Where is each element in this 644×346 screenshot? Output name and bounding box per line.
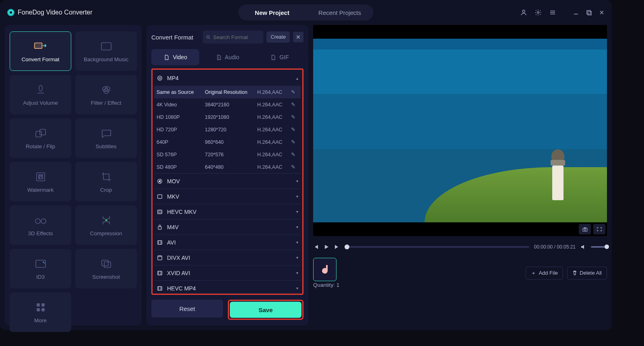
search-input[interactable] xyxy=(213,34,260,40)
preset-name: SD 576P xyxy=(157,152,205,157)
format-group-mkv[interactable]: MKV ▾ xyxy=(154,189,301,204)
next-button[interactable] xyxy=(334,244,340,250)
add-file-label: Add File xyxy=(539,270,558,276)
preset-640p[interactable]: 640P 960*640 H.264,AAC ✎ xyxy=(154,136,301,148)
tool-subtitles[interactable]: Subtitles xyxy=(75,118,137,158)
delete-all-label: Delete All xyxy=(580,270,602,276)
svg-rect-30 xyxy=(158,257,162,260)
tool-adjust-volume[interactable]: Adjust Volume xyxy=(10,75,71,114)
menu-icon[interactable] xyxy=(549,9,556,16)
format-tab-video[interactable]: Video xyxy=(151,49,199,65)
save-highlight: Save xyxy=(228,300,303,320)
edit-icon[interactable]: ✎ xyxy=(291,102,298,108)
project-tabs: New Project Recent Projects xyxy=(238,4,374,21)
edit-icon[interactable]: ✎ xyxy=(291,151,298,157)
video-file-icon xyxy=(163,54,169,60)
seek-bar[interactable] xyxy=(345,246,529,248)
format-group-xvidavi[interactable]: XVID AVI ▾ xyxy=(154,265,301,280)
format-group-m4v[interactable]: M4V ▾ xyxy=(154,219,301,234)
preset-720p[interactable]: HD 720P 1280*720 H.264,AAC ✎ xyxy=(154,123,301,136)
volume-slider[interactable] xyxy=(591,246,607,248)
format-group-hevcmp4[interactable]: HEVC MP4 ▾ xyxy=(154,280,301,295)
format-group-mp4[interactable]: MP4 ▴ xyxy=(154,70,301,86)
glasses-icon xyxy=(34,214,47,226)
tool-id3[interactable]: ID3 xyxy=(10,249,71,288)
tool-more-label: More xyxy=(34,317,47,323)
svg-point-13 xyxy=(41,219,46,224)
account-icon[interactable] xyxy=(520,9,527,16)
window-minimize[interactable] xyxy=(573,10,579,15)
svg-point-24 xyxy=(159,77,161,79)
tool-compression[interactable]: Compression xyxy=(75,205,137,245)
reset-button[interactable]: Reset xyxy=(151,300,223,317)
preset-4k[interactable]: 4K Video 3840*2160 H.264,AAC ✎ xyxy=(154,98,301,111)
subtitles-icon xyxy=(99,127,113,139)
add-file-button[interactable]: ＋ Add File xyxy=(526,267,563,280)
fullscreen-button[interactable] xyxy=(593,224,605,234)
chevron-down-icon: ▾ xyxy=(296,286,298,290)
tab-recent-projects-label: Recent Projects xyxy=(318,9,361,16)
format-xvidavi-label: XVID AVI xyxy=(167,270,190,276)
delete-all-button[interactable]: Delete All xyxy=(567,267,607,280)
tool-id3-label: ID3 xyxy=(36,274,45,280)
preset-codec: H.264,AAC xyxy=(257,139,291,145)
tab-recent-projects[interactable]: Recent Projects xyxy=(306,4,374,21)
tool-more[interactable]: More xyxy=(10,292,71,332)
preview-lighthouse xyxy=(550,152,566,200)
chevron-down-icon: ▾ xyxy=(296,255,298,260)
svg-rect-10 xyxy=(40,129,45,135)
video-preview[interactable] xyxy=(313,25,607,236)
save-button[interactable]: Save xyxy=(230,302,301,318)
edit-icon[interactable]: ✎ xyxy=(291,126,298,133)
preset-name: Same as Source xyxy=(157,89,205,95)
tool-filter-effect[interactable]: Filter / Effect xyxy=(75,75,137,114)
time-current: 00:00:00 xyxy=(534,244,553,250)
window-maximize[interactable] xyxy=(586,10,592,15)
tool-watermark[interactable]: Watermark xyxy=(10,162,71,201)
format-group-divxavi[interactable]: DIVX AVI ▾ xyxy=(154,250,301,265)
file-thumbnail[interactable] xyxy=(313,258,336,281)
settings-icon[interactable] xyxy=(535,9,542,16)
format-group-avi[interactable]: AVI ▾ xyxy=(154,234,301,250)
window-close[interactable] xyxy=(599,10,605,15)
compress-icon xyxy=(99,214,113,226)
edit-icon[interactable]: ✎ xyxy=(291,114,298,120)
svg-point-22 xyxy=(207,35,210,38)
tool-background-music[interactable]: Background Music xyxy=(75,31,137,71)
snapshot-button[interactable] xyxy=(579,224,591,234)
format-group-hevcmkv[interactable]: HEVC MKV ▾ xyxy=(154,204,301,219)
format-group-mov[interactable]: MOV ▾ xyxy=(154,173,301,189)
close-panel-button[interactable]: ✕ xyxy=(293,32,303,42)
edit-icon[interactable]: ✎ xyxy=(291,164,298,170)
volume-icon[interactable] xyxy=(580,244,586,250)
tool-convert-format[interactable]: Convert Format xyxy=(10,31,71,71)
tool-crop[interactable]: Crop xyxy=(75,162,137,201)
playbar: 00:00:00 / 00:05:21 xyxy=(313,240,607,254)
preset-480p[interactable]: SD 480P 640*480 H.264,AAC ✎ xyxy=(154,161,301,173)
format-tab-audio[interactable]: Audio xyxy=(203,49,251,65)
tool-screenshot[interactable]: Screenshot xyxy=(75,249,137,288)
plus-icon: ＋ xyxy=(531,269,536,277)
tool-3d-effects[interactable]: 3D Effects xyxy=(10,205,71,245)
format-tab-gif[interactable]: GIF xyxy=(256,49,303,65)
search-format[interactable] xyxy=(203,31,263,44)
tab-new-project[interactable]: New Project xyxy=(238,4,306,21)
svg-rect-19 xyxy=(41,303,45,307)
svg-rect-26 xyxy=(158,195,162,198)
create-button[interactable]: Create xyxy=(266,31,290,43)
tool-rotate-flip[interactable]: Rotate / Flip xyxy=(10,118,71,158)
preset-576p[interactable]: SD 576P 720*576 H.264,AAC ✎ xyxy=(154,148,301,161)
preset-same-as-source[interactable]: Same as Source Original Resolution H.264… xyxy=(154,86,301,98)
edit-icon[interactable]: ✎ xyxy=(291,89,298,95)
film-icon xyxy=(157,209,163,215)
preset-1080p[interactable]: HD 1080P 1920*1080 H.264,AAC ✎ xyxy=(154,111,301,123)
time-sep: / xyxy=(553,244,557,250)
prev-button[interactable] xyxy=(313,244,319,250)
titlebar: FoneDog Video Converter New Project Rece… xyxy=(0,0,612,25)
edit-icon[interactable]: ✎ xyxy=(291,139,298,145)
svg-rect-28 xyxy=(158,226,161,229)
format-tab-gif-label: GIF xyxy=(279,54,289,60)
preset-codec: H.264,AAC xyxy=(257,114,291,120)
play-button[interactable] xyxy=(324,244,329,250)
volume-icon xyxy=(34,84,47,96)
